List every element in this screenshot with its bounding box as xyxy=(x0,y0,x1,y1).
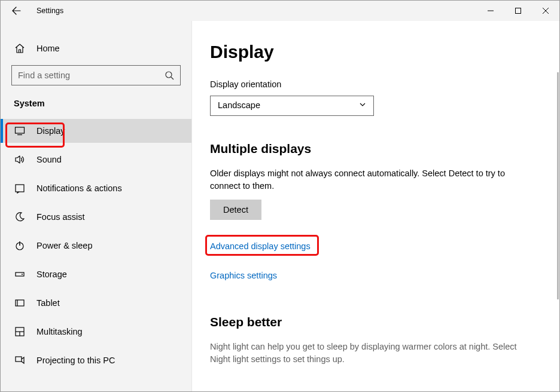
sidebar-home[interactable]: Home xyxy=(1,36,191,60)
arrow-left-icon xyxy=(11,6,21,16)
sidebar-item-notifications[interactable]: Notifications & actions xyxy=(1,176,191,200)
minimize-icon xyxy=(487,7,494,14)
project-icon xyxy=(14,354,26,366)
sidebar-item-label: Projecting to this PC xyxy=(36,356,115,365)
sidebar-category: System xyxy=(1,94,191,119)
sidebar-item-power[interactable]: Power & sleep xyxy=(1,234,191,258)
sidebar-item-multitasking[interactable]: Multitasking xyxy=(1,320,191,344)
search-input[interactable] xyxy=(18,71,165,80)
sound-icon xyxy=(14,154,26,166)
back-button[interactable] xyxy=(9,4,23,18)
sidebar: Home System Display Sound Notifications … xyxy=(1,21,192,391)
sidebar-item-storage[interactable]: Storage xyxy=(1,262,191,286)
orientation-value: Landscape xyxy=(218,99,260,112)
moon-icon xyxy=(14,211,26,223)
main: Display Display orientation Landscape Mu… xyxy=(192,21,559,391)
titlebar: Settings xyxy=(1,1,559,21)
svg-rect-11 xyxy=(16,300,24,306)
sidebar-item-label: Storage xyxy=(36,270,67,279)
close-button[interactable] xyxy=(532,1,559,21)
svg-rect-4 xyxy=(16,127,25,133)
sidebar-item-tablet[interactable]: Tablet xyxy=(1,291,191,315)
storage-icon xyxy=(14,268,26,280)
sidebar-item-projecting[interactable]: Projecting to this PC xyxy=(1,348,191,372)
multiple-displays-heading: Multiple displays xyxy=(210,140,535,158)
power-icon xyxy=(14,240,26,252)
orientation-label: Display orientation xyxy=(210,78,535,91)
multitask-icon xyxy=(14,326,26,338)
maximize-icon xyxy=(515,7,522,14)
link-graphics-settings[interactable]: Graphics settings xyxy=(210,270,277,282)
scrollbar[interactable] xyxy=(557,72,559,299)
search-icon xyxy=(165,71,174,80)
sidebar-item-label: Multitasking xyxy=(36,327,83,336)
sidebar-item-focus[interactable]: Focus assist xyxy=(1,205,191,229)
search-wrap xyxy=(1,65,191,94)
multiple-displays-desc: Older displays might not always connect … xyxy=(210,167,521,192)
svg-rect-1 xyxy=(516,8,521,14)
minimize-button[interactable] xyxy=(477,1,504,21)
detect-button[interactable]: Detect xyxy=(210,200,261,220)
orientation-dropdown[interactable]: Landscape xyxy=(210,96,374,116)
close-icon xyxy=(542,7,549,14)
search-box[interactable] xyxy=(11,65,181,85)
notification-icon xyxy=(14,182,26,194)
page-title: Display xyxy=(210,39,535,65)
sidebar-home-label: Home xyxy=(36,44,60,53)
sidebar-item-label: Focus assist xyxy=(36,212,85,222)
chevron-down-icon xyxy=(359,99,366,112)
monitor-icon xyxy=(14,125,26,137)
sidebar-item-sound[interactable]: Sound xyxy=(1,148,191,172)
sidebar-item-display[interactable]: Display xyxy=(1,119,191,143)
sidebar-item-label: Power & sleep xyxy=(36,241,93,250)
link-advanced-display[interactable]: Advanced display settings xyxy=(210,240,311,253)
sleep-better-heading: Sleep better xyxy=(210,313,535,331)
sidebar-item-label: Tablet xyxy=(36,298,60,308)
svg-line-3 xyxy=(171,77,174,79)
maximize-button[interactable] xyxy=(504,1,532,21)
svg-point-10 xyxy=(22,274,23,275)
svg-point-2 xyxy=(166,72,172,78)
window-controls xyxy=(477,1,559,21)
tablet-icon xyxy=(14,297,26,309)
home-icon xyxy=(14,42,26,54)
svg-rect-16 xyxy=(16,357,22,362)
sleep-better-desc: Night light can help you get to sleep by… xyxy=(210,341,521,366)
sidebar-item-label: Sound xyxy=(36,155,62,164)
app-title: Settings xyxy=(36,7,63,15)
sidebar-item-label: Display xyxy=(36,126,65,136)
svg-rect-6 xyxy=(16,185,24,192)
sidebar-item-label: Notifications & actions xyxy=(36,183,122,193)
